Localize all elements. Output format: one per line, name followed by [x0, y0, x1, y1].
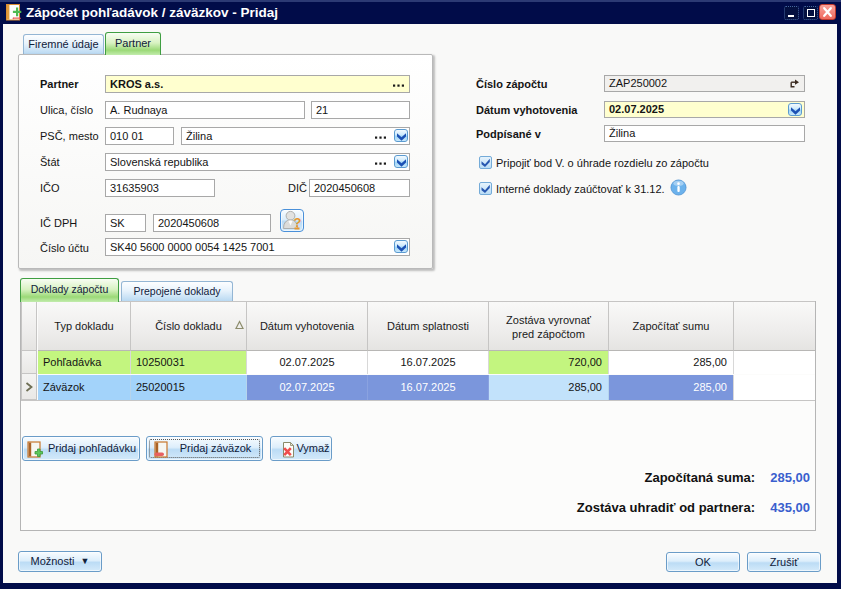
svg-text:?: ?	[294, 215, 302, 230]
